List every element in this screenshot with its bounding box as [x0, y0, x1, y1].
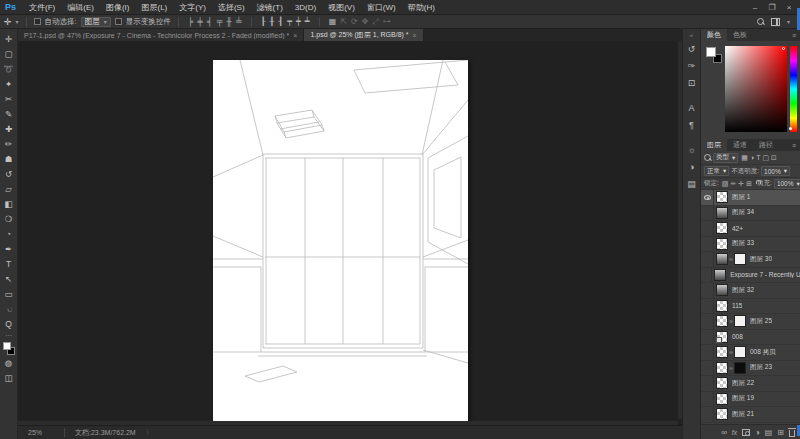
layer-row[interactable]: ∞008 拷贝	[701, 345, 800, 361]
filter-pixel-icon[interactable]: ▦	[740, 154, 749, 161]
visibility-toggle[interactable]	[701, 221, 714, 236]
panel-tab-通道[interactable]: 通道	[727, 139, 753, 151]
zoom-tool[interactable]: Q	[1, 316, 17, 331]
show-transform-checkbox[interactable]	[115, 18, 122, 25]
close-tab-icon[interactable]: ×	[293, 32, 297, 39]
layer-mask-thumbnail[interactable]	[734, 315, 746, 327]
adjustments-panel-icon[interactable]: ☼	[684, 141, 700, 158]
layer-name[interactable]: 图层 19	[730, 394, 754, 403]
layer-name[interactable]: 图层 25	[748, 317, 772, 326]
layer-name[interactable]: 图层 21	[730, 410, 754, 419]
align-right-icon[interactable]: ╡	[205, 17, 215, 26]
status-options-chevron-icon[interactable]: 〉	[146, 428, 153, 438]
lasso-tool[interactable]: ➰	[1, 61, 17, 76]
layer-row[interactable]: 图层 32	[701, 283, 800, 299]
canvas[interactable]	[213, 60, 468, 424]
healing-brush-tool[interactable]: ✚	[1, 121, 17, 136]
layer-row[interactable]: 图层 1	[701, 190, 800, 206]
menu-item-3D(D)[interactable]: 3D(D)	[289, 0, 322, 15]
layer-row[interactable]: 图层 21	[701, 407, 800, 423]
mask-link-icon[interactable]: ∞	[729, 318, 733, 324]
layer-name[interactable]: 图层 30	[748, 255, 772, 264]
layer-row[interactable]: ∞图层 25	[701, 314, 800, 330]
layer-name[interactable]: 42+	[730, 225, 743, 232]
panel-menu-icon[interactable]: ≡	[792, 139, 800, 151]
3d-mode-icon-5[interactable]: ⊶	[381, 17, 393, 26]
lock-artboard-icon[interactable]: ⊞	[745, 180, 753, 187]
hand-tool[interactable]: ☜	[1, 301, 17, 316]
brushes-panel-icon[interactable]: ✑	[684, 57, 700, 74]
close-tab-icon[interactable]: ×	[413, 32, 417, 39]
visibility-toggle[interactable]	[701, 237, 714, 252]
lock-position-icon[interactable]: ✛	[737, 180, 745, 187]
mask-link-icon[interactable]: ∞	[729, 365, 733, 371]
quick-mask-icon[interactable]: ◍	[1, 355, 17, 370]
minimize-button[interactable]: –	[748, 2, 762, 13]
visibility-toggle[interactable]	[701, 190, 714, 205]
search-icon[interactable]	[757, 18, 764, 25]
filter-smart-object-icon[interactable]: ⊡	[770, 154, 778, 161]
hue-marker[interactable]	[789, 127, 792, 130]
layer-name[interactable]: 图层 34	[730, 208, 754, 217]
align-bottom-icon[interactable]: ╧	[234, 17, 244, 26]
crop-tool[interactable]: ✂	[1, 91, 17, 106]
eyedropper-tool[interactable]: ✎	[1, 106, 17, 121]
visibility-toggle[interactable]	[701, 330, 714, 345]
visibility-toggle[interactable]	[701, 376, 714, 391]
gradient-tool[interactable]: ◧	[1, 196, 17, 211]
delete-layer-icon[interactable]	[789, 430, 795, 437]
color-swatches[interactable]	[2, 342, 16, 355]
visibility-toggle[interactable]	[701, 283, 714, 298]
foreground-background-swatches[interactable]	[706, 47, 722, 63]
layer-row[interactable]: ∞图层 23	[701, 361, 800, 377]
zoom-level-field[interactable]: 25%	[28, 429, 54, 436]
panel-tab-颜色[interactable]: 颜色	[701, 29, 727, 41]
document-tab-1[interactable]: P17-1.psd @ 47% (Exposure 7 - Cinema - T…	[18, 29, 304, 41]
layer-name[interactable]: 图层 1	[730, 193, 750, 202]
vertical-scrollbar[interactable]	[678, 41, 682, 419]
panel-menu-icon[interactable]: ≡	[792, 29, 800, 41]
layer-name[interactable]: 图层 23	[748, 363, 772, 372]
paragraph-panel-icon[interactable]: ¶	[684, 116, 700, 133]
layer-thumbnail[interactable]	[716, 331, 728, 343]
tool-preset-caret-icon[interactable]: ▾	[16, 18, 19, 25]
styles-panel-icon[interactable]: ◑	[684, 158, 700, 175]
collapse-panels-icon[interactable]: «	[690, 32, 693, 40]
align-top-icon[interactable]: ╤	[215, 17, 225, 26]
visibility-toggle[interactable]	[701, 407, 714, 422]
foreground-color-swatch[interactable]	[706, 47, 716, 57]
panel-tab-色板[interactable]: 色板	[727, 29, 753, 41]
link-layers-icon[interactable]: ∞	[721, 428, 727, 437]
align-h-center-icon[interactable]: ╪	[195, 17, 205, 26]
screen-mode-icon[interactable]: ◫	[1, 370, 17, 385]
pen-tool[interactable]: ✒	[1, 241, 17, 256]
auto-select-checkbox[interactable]	[34, 18, 41, 25]
libraries-panel-icon[interactable]: ▤	[684, 175, 700, 192]
menu-item-帮助(H)[interactable]: 帮助(H)	[402, 0, 441, 15]
layer-row[interactable]: 42+	[701, 221, 800, 237]
visibility-toggle[interactable]	[701, 361, 714, 376]
distribute-bottom-icon[interactable]: ┷	[303, 17, 312, 26]
visibility-toggle[interactable]	[701, 314, 714, 329]
panel-tab-图层[interactable]: 图层	[701, 139, 727, 151]
distribute-left-icon[interactable]: ┠	[259, 17, 268, 26]
menu-item-滤镜(T)[interactable]: 滤镜(T)	[251, 0, 289, 15]
visibility-toggle[interactable]	[701, 345, 714, 360]
layer-mask-thumbnail[interactable]	[734, 346, 746, 358]
restore-button[interactable]: ❐	[765, 2, 779, 13]
layer-row[interactable]: 图层 33	[701, 237, 800, 253]
mask-link-icon[interactable]: ∞	[729, 349, 733, 355]
marquee-tool[interactable]: ▢	[1, 46, 17, 61]
new-layer-icon[interactable]: ⊞	[777, 428, 784, 437]
opacity-field[interactable]: 100% ▾	[761, 166, 790, 176]
menu-item-文件(F)[interactable]: 文件(F)	[23, 0, 61, 15]
align-v-center-icon[interactable]: ╫	[224, 17, 234, 26]
layer-thumbnail[interactable]	[716, 377, 728, 389]
eraser-tool[interactable]: ▱	[1, 181, 17, 196]
3d-mode-icon-3[interactable]: ✥	[360, 17, 371, 26]
3d-mode-icon-1[interactable]: ⇱	[338, 17, 349, 26]
menu-item-图像(I)[interactable]: 图像(I)	[100, 0, 136, 15]
shape-tool[interactable]: ▭	[1, 286, 17, 301]
layer-thumbnail[interactable]	[716, 346, 728, 358]
layer-thumbnail[interactable]	[716, 207, 728, 219]
